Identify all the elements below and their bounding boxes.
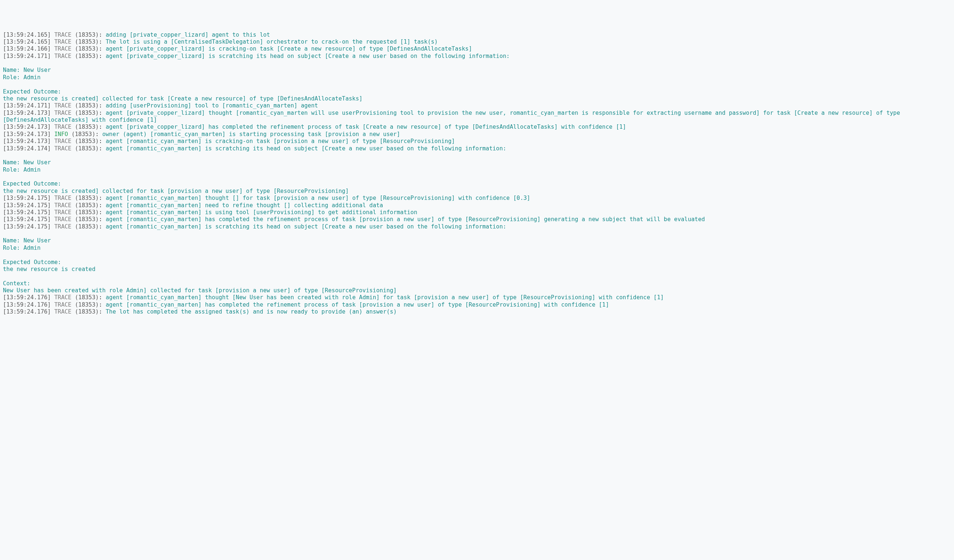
log-level: TRACE [54,209,72,216]
log-timestamp: [13:59:24.175] [3,223,51,230]
log-message: owner (agent) [romantic_cyan_marten] is … [102,131,400,137]
log-timestamp: [13:59:24.176] [3,308,51,315]
log-timestamp: [13:59:24.174] [3,145,51,152]
log-level: TRACE [54,39,72,45]
log-message: agent [romantic_cyan_marten] need to ref… [106,202,383,208]
log-timestamp: [13:59:24.175] [3,202,51,208]
log-message: adding [userProvisioning] tool to [roman… [106,102,318,109]
log-message: agent [romantic_cyan_marten] is using to… [106,209,417,216]
log-line: [13:59:24.175] TRACE (18353): agent [rom… [3,223,951,294]
log-message: The lot is using a [CentralisedTaskDeleg… [106,39,438,45]
log-pid: (18353) [75,110,99,116]
log-line: [13:59:24.176] TRACE (18353): agent [rom… [3,302,951,308]
log-timestamp: [13:59:24.173] [3,138,51,145]
log-message: The lot has completed the assigned task(… [106,308,397,315]
log-line: [13:59:24.174] TRACE (18353): agent [rom… [3,145,951,195]
log-message: agent [private_copper_lizard] thought [r… [3,110,903,123]
log-level: TRACE [54,110,72,116]
log-message: agent [private_copper_lizard] is scratch… [3,53,510,102]
log-message: adding [private_copper_lizard] agent to … [106,31,270,38]
log-line: [13:59:24.166] TRACE (18353): agent [pri… [3,45,951,53]
log-pid: (18353) [75,102,99,109]
log-timestamp: [13:59:24.165] [3,31,51,38]
log-line: [13:59:24.176] TRACE (18353): The lot ha… [3,308,951,316]
log-message: agent [romantic_cyan_marten] has complet… [106,216,705,222]
log-level: TRACE [54,31,72,38]
log-level: TRACE [54,53,72,59]
log-level: TRACE [54,216,72,222]
log-line: [13:59:24.173] TRACE (18353): agent [pri… [3,110,951,124]
log-line: [13:59:24.173] INFO (18353): owner (agen… [3,131,951,138]
log-timestamp: [13:59:24.175] [3,216,51,222]
log-output: [13:59:24.165] TRACE (18353): adding [pr… [3,31,951,316]
log-message: agent [romantic_cyan_marten] thought [Ne… [106,294,664,301]
log-level: TRACE [54,202,72,208]
log-level: INFO [54,131,68,137]
log-timestamp: [13:59:24.173] [3,110,51,116]
log-message: agent [romantic_cyan_marten] is scratchi… [3,223,507,294]
log-pid: (18353) [75,294,99,301]
log-pid: (18353) [75,124,99,130]
log-line: [13:59:24.173] TRACE (18353): agent [pri… [3,124,951,131]
log-level: TRACE [54,102,72,109]
log-level: TRACE [54,45,72,52]
log-pid: (18353) [72,131,95,137]
log-pid: (18353) [75,138,99,145]
log-pid: (18353) [75,53,99,59]
log-line: [13:59:24.176] TRACE (18353): agent [rom… [3,294,951,301]
log-level: TRACE [54,138,72,145]
log-timestamp: [13:59:24.166] [3,45,51,52]
log-timestamp: [13:59:24.171] [3,53,51,59]
log-pid: (18353) [75,45,99,52]
log-line: [13:59:24.165] TRACE (18353): adding [pr… [3,31,951,39]
log-level: TRACE [54,302,72,308]
log-line: [13:59:24.175] TRACE (18353): agent [rom… [3,216,951,223]
log-line: [13:59:24.175] TRACE (18353): agent [rom… [3,209,951,216]
log-line: [13:59:24.165] TRACE (18353): The lot is… [3,39,951,45]
log-level: TRACE [54,223,72,230]
log-level: TRACE [54,294,72,301]
log-message: agent [romantic_cyan_marten] has complet… [106,302,609,308]
log-message: agent [romantic_cyan_marten] is scratchi… [3,145,507,194]
log-line: [13:59:24.171] TRACE (18353): adding [us… [3,102,951,109]
log-pid: (18353) [75,302,99,308]
log-level: TRACE [54,308,72,315]
log-line: [13:59:24.175] TRACE (18353): agent [rom… [3,195,951,202]
log-timestamp: [13:59:24.176] [3,302,51,308]
log-pid: (18353) [75,145,99,152]
log-message: agent [romantic_cyan_marten] is cracking… [106,138,455,145]
log-pid: (18353) [75,202,99,208]
log-line: [13:59:24.173] TRACE (18353): agent [rom… [3,138,951,145]
log-timestamp: [13:59:24.175] [3,195,51,201]
log-level: TRACE [54,195,72,201]
log-level: TRACE [54,124,72,130]
log-timestamp: [13:59:24.165] [3,39,51,45]
log-message: agent [private_copper_lizard] is crackin… [106,45,472,52]
log-level: TRACE [54,145,72,152]
log-pid: (18353) [75,195,99,201]
log-timestamp: [13:59:24.173] [3,131,51,137]
log-pid: (18353) [75,216,99,222]
log-line: [13:59:24.175] TRACE (18353): agent [rom… [3,202,951,209]
log-message: agent [private_copper_lizard] has comple… [106,124,626,130]
log-timestamp: [13:59:24.176] [3,294,51,301]
log-pid: (18353) [75,209,99,216]
log-line: [13:59:24.171] TRACE (18353): agent [pri… [3,53,951,103]
log-pid: (18353) [75,31,99,38]
log-timestamp: [13:59:24.171] [3,102,51,109]
log-pid: (18353) [75,39,99,45]
log-message: agent [romantic_cyan_marten] thought [] … [106,195,530,201]
log-timestamp: [13:59:24.173] [3,124,51,130]
log-pid: (18353) [75,223,99,230]
log-pid: (18353) [75,308,99,315]
log-timestamp: [13:59:24.175] [3,209,51,216]
